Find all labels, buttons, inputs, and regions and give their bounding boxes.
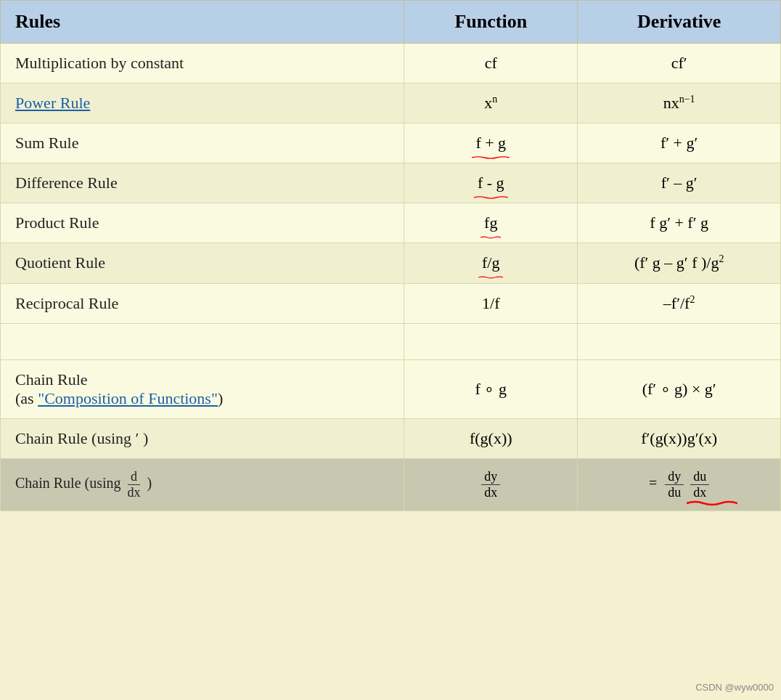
fraction-denom-dx3: dx [690,485,709,500]
empty-cell-1 [1,323,404,359]
func-difference: f - g [404,163,578,203]
rule-power: Power Rule [1,84,404,123]
empty-cell-3 [578,323,781,359]
func-product: fg [404,203,578,243]
func-multiplication: cf [404,44,578,84]
func-reciprocal: 1/f [404,283,578,323]
chain-rule-sublabel: (as "Composition of Functions") [15,389,389,408]
deriv-difference: f′ – g′ [578,163,781,203]
fraction-numer-du: du [690,469,709,485]
func-sum: f + g [404,123,578,163]
deriv-power: nxn−1 [578,84,781,123]
fraction-numer-d: d [128,469,140,485]
rule-reciprocal: Reciprocal Rule [1,283,404,323]
empty-cell-2 [404,323,578,359]
col-header-derivative: Derivative [578,1,781,44]
rule-chain-prime: Chain Rule (using ′ ) [1,418,404,458]
fraction-dy-du: dy du [665,469,684,500]
func-difference-wavy: f - g [478,174,504,192]
table-row: Difference Rule f - g f′ – g′ [1,163,781,203]
deriv-sum: f′ + g′ [578,123,781,163]
func-chain-prime: f(g(x)) [404,418,578,458]
table-row: Chain Rule (as "Composition of Functions… [1,359,781,418]
composition-link[interactable]: "Composition of Functions" [38,389,218,407]
table-row: Power Rule xn nxn−1 [1,84,781,123]
func-sum-wavy: f + g [475,134,506,152]
fraction-denom-du: du [665,485,684,500]
rule-product: Product Rule [1,203,404,243]
fraction-d-dx: d dx [125,469,144,500]
equals-sign: = [649,475,657,491]
func-quotient-wavy: f/g [482,253,499,272]
deriv-product: f g′ + f′ g [578,203,781,243]
table-row: Chain Rule (using ′ ) f(g(x)) f′(g(x))g′… [1,418,781,458]
table-row: Multiplication by constant cf cf′ [1,44,781,84]
func-chain-d: dy dx [404,458,578,510]
deriv-chain-prime: f′(g(x))g′(x) [578,418,781,458]
deriv-reciprocal: –f′/f2 [578,283,781,323]
col-header-rules: Rules [1,1,404,44]
table-row: Sum Rule f + g f′ + g′ [1,123,781,163]
rule-difference: Difference Rule [1,163,404,203]
fraction-numer-dy: dy [481,469,500,485]
rule-chain-d: Chain Rule (using d dx ) [1,458,404,510]
table-row: Product Rule fg f g′ + f′ g [1,203,781,243]
power-rule-link[interactable]: Power Rule [15,94,90,112]
func-quotient: f/g [404,243,578,283]
chain-rule-d-prefix: Chain Rule (using [15,475,125,491]
rule-chain-composition: Chain Rule (as "Composition of Functions… [1,359,404,418]
table-row-chain-d: Chain Rule (using d dx ) dy dx = dy du [1,458,781,510]
table-row: Quotient Rule f/g (f′ g – g′ f )/g2 [1,243,781,283]
chain-rule-label: Chain Rule [15,370,389,389]
fraction-denom-dx2: dx [481,485,500,500]
fraction-du-dx: du dx [690,469,709,500]
table-row-empty [1,323,781,359]
watermark: CSDN @wyw0000 [695,682,774,693]
func-chain-composition: f ∘ g [404,359,578,418]
deriv-multiplication: cf′ [578,44,781,84]
col-header-function: Function [404,1,578,44]
fraction-dy-dx: dy dx [481,469,500,500]
fraction-numer-dy2: dy [665,469,684,485]
deriv-chain-d: = dy du du dx [578,458,781,510]
func-power: xn [404,84,578,123]
rule-quotient: Quotient Rule [1,243,404,283]
deriv-chain-composition: (f′ ∘ g) × g′ [578,359,781,418]
chain-rule-d-suffix: ) [147,475,152,491]
deriv-quotient: (f′ g – g′ f )/g2 [578,243,781,283]
fraction-denom-dx: dx [125,485,144,500]
rule-sum: Sum Rule [1,123,404,163]
func-product-wavy: fg [484,213,497,232]
rule-multiplication: Multiplication by constant [1,44,404,84]
table-row: Reciprocal Rule 1/f –f′/f2 [1,283,781,323]
